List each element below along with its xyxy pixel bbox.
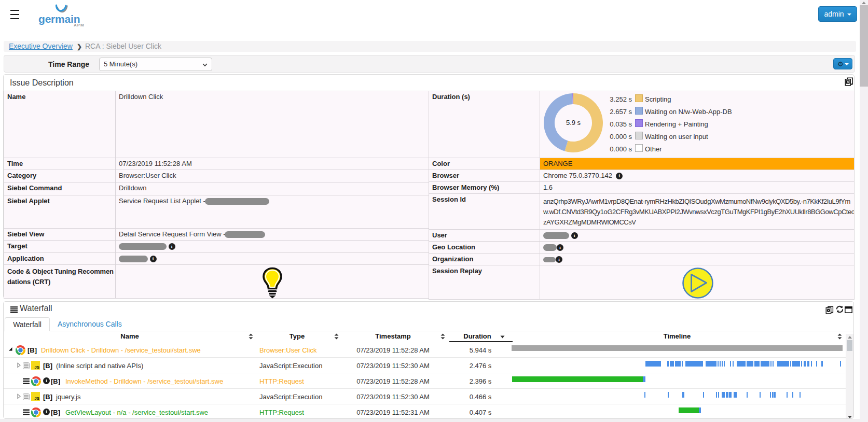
svg-text:5.9 s: 5.9 s xyxy=(566,119,581,126)
